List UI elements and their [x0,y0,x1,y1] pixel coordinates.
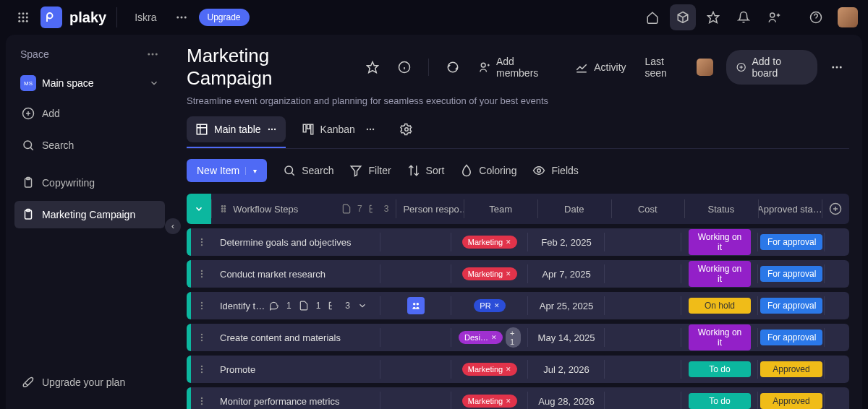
more-icon[interactable] [365,124,375,134]
cell-status[interactable]: On hold [681,292,758,319]
cell-date[interactable]: May 14, 2025 [528,324,605,351]
sidebar-add[interactable]: Add [14,100,165,127]
cell-team[interactable]: Marketing ✕ [451,260,528,288]
remove-tag-icon[interactable]: ✕ [506,270,511,277]
column-header-approved[interactable]: Approved sta… [758,194,822,224]
cell-approved[interactable]: Approved [758,387,825,409]
brand-logo-icon[interactable] [41,7,62,28]
cell-team[interactable]: Marketing ✕ [451,387,528,409]
remove-tag-icon[interactable]: ✕ [506,366,511,373]
add-members-button[interactable]: Add members [472,51,562,83]
cell-date[interactable]: Apr 7, 2025 [528,260,605,288]
approved-pill[interactable]: For approval [760,266,822,282]
status-pill[interactable]: To do [689,361,751,377]
column-header-person[interactable]: Person respo… [396,194,464,224]
home-icon[interactable] [639,4,665,30]
row-menu-button[interactable] [191,237,213,247]
team-tag[interactable]: Desi… ✕ [459,331,503,344]
cell-approved[interactable]: For approval [758,260,825,288]
row-menu-button[interactable] [191,332,213,343]
more-icon[interactable] [169,4,195,30]
status-pill[interactable]: Working on it [689,261,751,287]
cell-person[interactable] [380,228,451,256]
cell-status[interactable]: Working on it [681,228,758,256]
add-to-board-button[interactable]: Add to board [726,50,817,85]
help-icon[interactable] [803,4,829,30]
sidebar-item-marketing[interactable]: Marketing Campaign [14,201,165,228]
approved-pill[interactable]: For approval [760,298,822,314]
cell-status[interactable]: Working on it [681,324,758,351]
person-chip[interactable] [407,297,425,314]
cell-team[interactable]: PR ✕ [451,292,528,319]
bell-icon[interactable] [731,4,757,30]
cell-date[interactable]: Aug 28, 2026 [528,387,605,409]
info-button[interactable] [392,56,417,78]
cell-name[interactable]: Conduct market research [213,260,380,288]
more-icon[interactable] [146,48,159,61]
table-row[interactable]: Create content and materials Desi… ✕+ 1 … [187,324,849,351]
cell-person[interactable] [380,387,451,409]
cell-approved[interactable]: For approval [758,292,825,319]
last-seen[interactable]: Last seen [639,51,720,83]
column-header-date[interactable]: Date [537,194,611,224]
collapse-group-button[interactable] [187,194,211,224]
column-header-name[interactable]: Workflow Steps 7 3 [211,194,396,224]
column-header-team[interactable]: Team [464,194,537,224]
status-pill[interactable]: On hold [689,298,751,314]
row-menu-button[interactable] [191,301,213,311]
remove-tag-icon[interactable]: ✕ [491,334,497,341]
cell-cost[interactable] [605,260,681,288]
cell-team[interactable]: Marketing ✕ [451,356,528,383]
approved-pill[interactable]: Approved [760,393,822,409]
upgrade-button[interactable]: Upgrade [199,9,250,26]
box-icon[interactable] [670,4,696,30]
activity-button[interactable]: Activity [569,56,631,78]
upgrade-plan[interactable]: Upgrade your plan [14,369,165,396]
cell-cost[interactable] [605,228,681,256]
table-row[interactable]: Promote Marketing ✕ Jul 2, 2026 To do Ap… [187,356,849,383]
sidebar-item-copywriting[interactable]: Copywriting [14,169,165,197]
table-row[interactable]: Monitor performance metrics Marketing ✕ … [187,387,849,409]
approved-pill[interactable]: For approval [760,330,822,345]
table-row[interactable]: Identify targe… 1 1 3 PR ✕ Apr 25, 2025 … [187,292,849,319]
fields-tool[interactable]: Fields [532,164,578,177]
cell-date[interactable]: Apr 25, 2025 [528,292,605,319]
cell-person[interactable] [380,324,451,351]
status-pill[interactable]: Working on it [689,229,751,255]
search-tool[interactable]: Search [283,164,333,177]
status-pill[interactable]: Working on it [689,324,751,350]
more-button[interactable] [825,56,849,78]
cell-cost[interactable] [605,356,681,383]
team-tag[interactable]: Marketing ✕ [462,395,517,408]
invite-icon[interactable] [761,4,787,30]
collapse-sidebar-button[interactable]: ‹ [165,218,181,234]
tab-main-table[interactable]: Main table [187,116,286,142]
cell-status[interactable]: To do [681,356,758,383]
cell-name[interactable]: Determine goals and objectives [213,228,380,256]
team-tag[interactable]: Marketing ✕ [462,236,517,249]
add-column-button[interactable] [822,194,849,224]
cell-name[interactable]: Monitor performance metrics [213,387,380,409]
cell-approved[interactable]: For approval [758,324,825,351]
cell-name[interactable]: Create content and materials [213,324,380,351]
cell-person[interactable] [380,260,451,288]
cell-cost[interactable] [605,292,681,319]
sidebar-search[interactable]: Search [14,132,165,159]
tab-kanban[interactable]: Kanban [293,116,384,142]
table-row[interactable]: Determine goals and objectives Marketing… [187,228,849,256]
remove-tag-icon[interactable]: ✕ [494,302,500,309]
approved-pill[interactable]: Approved [760,361,822,377]
coloring-tool[interactable]: Coloring [460,164,516,177]
new-item-button[interactable]: New Item ▾ [187,159,267,182]
table-row[interactable]: Conduct market research Marketing ✕ Apr … [187,260,849,288]
sort-tool[interactable]: Sort [407,164,445,177]
remove-tag-icon[interactable]: ✕ [506,397,511,405]
cell-person[interactable] [380,356,451,383]
column-header-cost[interactable]: Cost [611,194,685,224]
cell-approved[interactable]: For approval [758,228,825,256]
team-tag[interactable]: PR ✕ [474,299,505,312]
filter-tool[interactable]: Filter [349,164,391,177]
star-icon[interactable] [700,4,726,30]
more-icon[interactable] [267,124,277,134]
cell-approved[interactable]: Approved [758,356,825,383]
